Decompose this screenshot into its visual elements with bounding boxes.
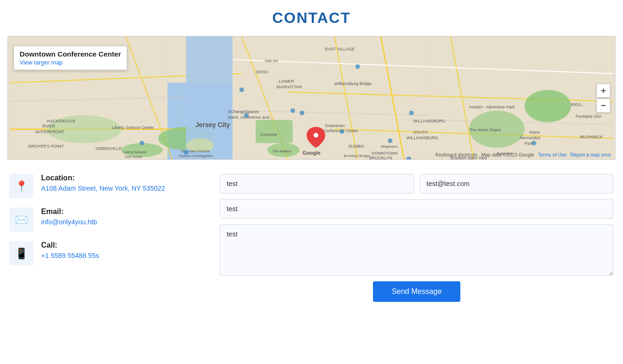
subject-input[interactable] — [220, 199, 614, 219]
svg-text:BUSHWICK: BUSHWICK — [580, 135, 603, 139]
svg-text:DOWNTOWN: DOWNTOWN — [372, 151, 397, 156]
svg-text:SOUTH: SOUTH — [413, 130, 428, 135]
message-textarea[interactable]: test — [220, 224, 614, 276]
svg-point-77 — [409, 111, 414, 115]
svg-point-72 — [355, 64, 360, 69]
call-details: Call: +1 5589 55488 55s — [41, 241, 99, 260]
svg-text:Downtown: Downtown — [325, 123, 345, 128]
map-container: HACKENSACK RIVER WATERFRONT DROYER'S POI… — [7, 36, 616, 160]
svg-point-80 — [184, 150, 188, 155]
location-item: 📍 Location: A108 Adam Street, New York, … — [9, 174, 206, 198]
svg-text:RIDG...: RIDG... — [571, 102, 585, 107]
call-value[interactable]: +1 5589 55488 55s — [41, 252, 99, 259]
svg-text:Maria: Maria — [529, 130, 539, 135]
page-title: CONTACT — [7, 9, 616, 27]
svg-point-81 — [531, 141, 536, 145]
svg-text:56th Rd: 56th Rd — [265, 59, 278, 63]
svg-point-82 — [140, 141, 144, 145]
svg-text:XChangeSpaces: XChangeSpaces — [228, 109, 259, 114]
form-row-name-email — [220, 174, 614, 193]
svg-text:Wegmans: Wegmans — [381, 144, 398, 149]
svg-text:Jersey City: Jersey City — [195, 121, 230, 128]
map-tooltip-title: Downtown Conference Center — [20, 50, 121, 58]
svg-point-23 — [525, 90, 571, 122]
svg-text:EAST VILLAGE: EAST VILLAGE — [325, 47, 355, 51]
svg-text:Williamsburg Bridge: Williamsburg Bridge — [335, 81, 372, 86]
svg-text:Hernandez: Hernandez — [520, 136, 541, 140]
location-label: Location: — [41, 174, 165, 182]
svg-text:Area53 - Adventure Park: Area53 - Adventure Park — [469, 105, 515, 109]
map-footer: Keyboard shortcuts Map data ©2023 Google… — [436, 152, 611, 157]
svg-text:Funtopia USA: Funtopia USA — [576, 114, 602, 119]
google-logo: Google — [302, 150, 321, 156]
svg-text:DROYER'S POINT: DROYER'S POINT — [29, 144, 64, 149]
svg-text:Brooklyn Bridge: Brooklyn Bridge — [344, 154, 370, 158]
name-input[interactable] — [220, 174, 414, 193]
phone-icon: 📱 — [15, 247, 28, 260]
keyboard-shortcuts-link[interactable]: Keyboard shortcuts — [436, 152, 478, 157]
svg-text:WATERFRONT: WATERFRONT — [35, 129, 64, 134]
location-details: Location: A108 Adam Street, New York, NY… — [41, 174, 165, 193]
map-zoom-out-button[interactable]: − — [596, 99, 610, 113]
svg-point-74 — [290, 108, 295, 113]
svg-point-76 — [340, 129, 344, 134]
map-zoom-in-button[interactable]: + — [596, 84, 610, 98]
svg-text:GREENVILLE: GREENVILLE — [96, 146, 122, 151]
svg-text:Liberty Science Center: Liberty Science Center — [112, 125, 154, 130]
report-error-link[interactable]: Report a map error — [570, 152, 611, 157]
svg-marker-5 — [344, 97, 473, 159]
svg-text:DUMBO: DUMBO — [348, 144, 364, 149]
call-label: Call: — [41, 241, 99, 250]
email-label: Email: — [41, 207, 97, 216]
svg-point-83 — [244, 113, 249, 118]
svg-text:HACKENSACK: HACKENSACK — [47, 119, 76, 123]
svg-text:Golf Course: Golf Course — [125, 155, 142, 158]
contact-info: 📍 Location: A108 Adam Street, New York, … — [9, 174, 206, 302]
terms-of-use-link[interactable]: Terms of Use — [538, 152, 566, 157]
svg-text:SOHO: SOHO — [256, 70, 268, 74]
map-controls: + − — [596, 84, 610, 113]
map-tooltip: Downtown Conference Center View larger m… — [14, 46, 127, 70]
svg-text:WILLIAMSBURG: WILLIAMSBURG — [413, 119, 445, 123]
svg-point-71 — [314, 133, 318, 137]
email-value[interactable]: info@only4you.htb — [41, 218, 97, 226]
svg-text:Liberty National: Liberty National — [123, 150, 146, 154]
svg-point-79 — [388, 138, 393, 143]
send-message-button[interactable]: Send Message — [373, 281, 460, 302]
svg-text:BROOKLYN: BROOKLYN — [369, 156, 392, 159]
map-data-label: Map data ©2023 Google — [481, 152, 534, 157]
svg-text:MANHATTAN: MANHATTAN — [277, 85, 302, 89]
location-value[interactable]: A108 Adam Street, New York, NY 535022 — [41, 185, 165, 192]
call-item: 📱 Call: +1 5589 55488 55s — [9, 241, 206, 265]
svg-text:RIVER: RIVER — [42, 124, 55, 129]
email-item: ✉️ Email: info@only4you.htb — [9, 207, 206, 232]
svg-text:Museum of Immigration: Museum of Immigration — [179, 154, 213, 158]
email-input[interactable] — [420, 174, 614, 193]
location-icon: 📍 — [15, 180, 28, 193]
email-details: Email: info@only4you.htb — [41, 207, 97, 226]
svg-text:event, conference and...: event, conference and... — [228, 115, 272, 120]
email-icon-box: ✉️ — [9, 207, 34, 232]
svg-point-75 — [300, 111, 304, 115]
svg-text:The Home Depot: The Home Depot — [469, 128, 501, 132]
call-icon-box: 📱 — [9, 241, 34, 265]
svg-text:Convene: Convene — [260, 132, 277, 137]
svg-rect-21 — [256, 120, 293, 143]
svg-text:WILLIAMSBURG: WILLIAMSBURG — [406, 136, 438, 140]
contact-form: test Send Message — [220, 174, 614, 302]
svg-text:The Battery: The Battery — [272, 149, 292, 153]
svg-point-73 — [239, 87, 244, 92]
location-icon-box: 📍 — [9, 174, 34, 198]
svg-text:LOWER: LOWER — [279, 79, 294, 84]
map-view-larger-link[interactable]: View larger map — [20, 59, 121, 66]
email-icon: ✉️ — [15, 214, 28, 226]
